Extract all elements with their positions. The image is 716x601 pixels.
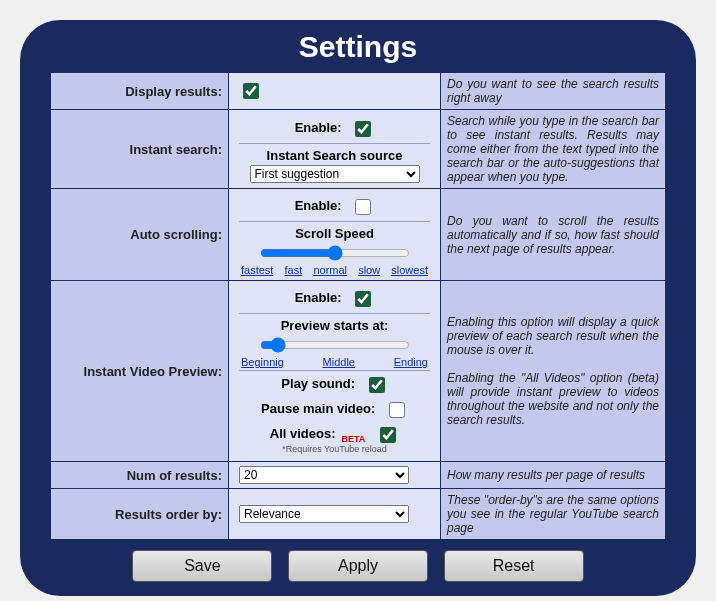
row-num-results: Num of results: 20 How many results per … [51,462,666,489]
all-videos-checkbox[interactable] [380,427,396,443]
all-videos-label: All videos: [270,426,336,441]
preview-enable-checkbox[interactable] [355,291,371,307]
beta-badge: BETA [342,434,366,444]
results-order-desc: These "order-by"s are the same options y… [441,489,666,540]
speed-slowest-link[interactable]: slowest [391,264,428,276]
play-sound-label: Play sound: [281,376,355,391]
display-results-desc: Do you want to see the search results ri… [441,73,666,110]
preview-pos-links: Beginnig Middle Ending [235,356,434,368]
results-order-select[interactable]: Relevance [239,505,409,523]
instant-search-label: Instant search: [51,110,229,189]
settings-panel: Settings Display results: Do you want to… [20,20,696,596]
display-results-checkbox[interactable] [243,83,259,99]
pos-end-link[interactable]: Ending [394,356,428,368]
auto-scrolling-label: Auto scrolling: [51,189,229,281]
preview-enable-label: Enable: [295,290,342,305]
preview-starts-label: Preview starts at: [235,316,434,335]
instant-search-desc: Search while you type in the search bar … [441,110,666,189]
scroll-speed-links: fastest fast normal slow slowest [235,264,434,276]
instant-preview-label: Instant Video Preview: [51,281,229,462]
pos-begin-link[interactable]: Beginnig [241,356,284,368]
pause-main-label: Pause main video: [261,401,375,416]
row-auto-scrolling: Auto scrolling: Enable: Scroll Speed fas… [51,189,666,281]
auto-scrolling-desc: Do you want to scroll the results automa… [441,189,666,281]
row-instant-search: Instant search: Enable: Instant Search s… [51,110,666,189]
speed-fastest-link[interactable]: fastest [241,264,273,276]
apply-button[interactable]: Apply [288,550,428,582]
button-row: Save Apply Reset [20,540,696,582]
preview-start-slider[interactable] [260,337,410,353]
pos-middle-link[interactable]: Middle [323,356,355,368]
instant-enable-label: Enable: [295,120,342,135]
row-display-results: Display results: Do you want to see the … [51,73,666,110]
page-title: Settings [20,20,696,72]
autoscroll-enable-checkbox[interactable] [355,199,371,215]
autoscroll-enable-label: Enable: [295,198,342,213]
reset-button[interactable]: Reset [444,550,584,582]
num-results-select[interactable]: 20 [239,466,409,484]
instant-enable-checkbox[interactable] [355,121,371,137]
row-results-order: Results order by: Relevance These "order… [51,489,666,540]
instant-source-label: Instant Search source [235,146,434,165]
scroll-speed-slider[interactable] [260,245,410,261]
play-sound-checkbox[interactable] [369,377,385,393]
save-button[interactable]: Save [132,550,272,582]
num-results-desc: How many results per page of results [441,462,666,489]
instant-preview-desc: Enabling this option will display a quic… [441,281,666,462]
speed-fast-link[interactable]: fast [285,264,303,276]
display-results-label: Display results: [51,73,229,110]
results-order-label: Results order by: [51,489,229,540]
all-videos-fineprint: *Requires YouTube reload [235,444,434,454]
scroll-speed-label: Scroll Speed [235,224,434,243]
speed-normal-link[interactable]: normal [313,264,347,276]
speed-slow-link[interactable]: slow [358,264,380,276]
row-instant-preview: Instant Video Preview: Enable: Preview s… [51,281,666,462]
num-results-label: Num of results: [51,462,229,489]
pause-main-checkbox[interactable] [389,402,405,418]
settings-table: Display results: Do you want to see the … [50,72,666,540]
instant-source-select[interactable]: First suggestion [250,165,420,183]
